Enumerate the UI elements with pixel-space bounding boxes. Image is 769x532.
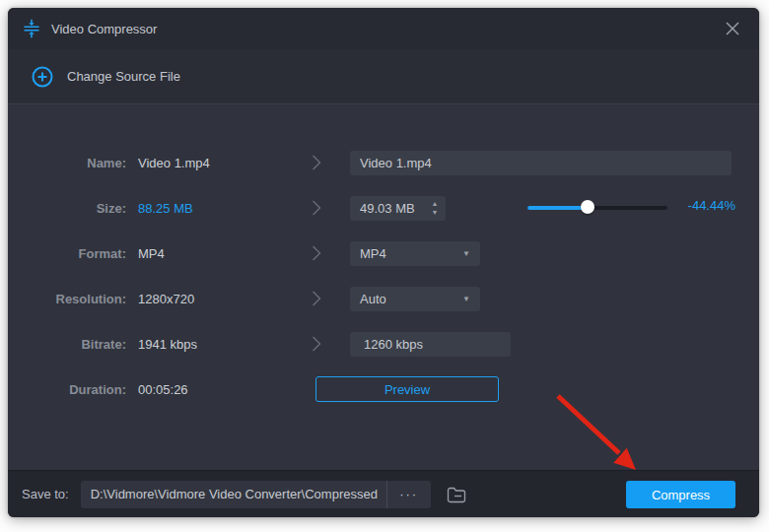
- size-label: Size:: [8, 201, 126, 216]
- preview-button[interactable]: Preview: [315, 376, 499, 402]
- form-area: Name: Video 1.mp4 Size: 88.25 MB ▲ ▼: [8, 105, 759, 470]
- save-path-group: D:\Vidmore\Vidmore Video Converter\Compr…: [81, 481, 431, 508]
- chevron-right-icon: [312, 244, 321, 262]
- change-source-label: Change Source File: [67, 69, 180, 84]
- chevron-right-icon: [312, 290, 321, 307]
- dropdown-arrow-icon: ▼: [462, 295, 470, 303]
- save-to-label: Save to:: [22, 487, 69, 501]
- duration-label: Duration:: [8, 382, 126, 397]
- chevron-right-icon: [312, 199, 321, 217]
- bitrate-row: Bitrate: 1941 kbps: [8, 331, 759, 357]
- resolution-label: Resolution:: [8, 292, 126, 306]
- add-circle-icon: [32, 66, 53, 88]
- name-label: Name:: [8, 156, 126, 170]
- name-input[interactable]: [350, 151, 732, 175]
- format-label: Format:: [8, 246, 126, 261]
- format-dropdown-value: MP4: [360, 246, 462, 261]
- name-value: Video 1.mp4: [138, 156, 210, 170]
- duration-value: 00:05:26: [138, 382, 188, 397]
- reduction-percent: -44.44%: [674, 198, 735, 213]
- resolution-value: 1280x720: [138, 292, 194, 306]
- close-button[interactable]: [720, 16, 745, 41]
- size-value: 88.25 MB: [138, 201, 193, 216]
- resolution-dropdown[interactable]: Auto ▼: [350, 287, 480, 311]
- change-source-row[interactable]: Change Source File: [8, 49, 759, 104]
- open-folder-button[interactable]: [443, 481, 470, 508]
- size-row: Size: 88.25 MB ▲ ▼ -44.44%: [8, 195, 759, 221]
- bitrate-input[interactable]: [350, 332, 511, 357]
- size-spinner: ▲ ▼: [425, 196, 445, 220]
- resolution-row: Resolution: 1280x720 Auto ▼: [8, 286, 759, 311]
- bitrate-value: 1941 kbps: [138, 337, 197, 352]
- close-icon: [725, 21, 740, 36]
- compressor-icon: [22, 19, 41, 38]
- slider-fill: [527, 206, 588, 210]
- save-path-input[interactable]: D:\Vidmore\Vidmore Video Converter\Compr…: [81, 481, 386, 508]
- dropdown-arrow-icon: ▼: [462, 249, 470, 258]
- titlebar: Video Compressor: [8, 8, 759, 49]
- format-row: Format: MP4 MP4 ▼: [8, 240, 759, 266]
- chevron-right-icon: [312, 335, 321, 353]
- bitrate-label: Bitrate:: [8, 337, 126, 352]
- video-compressor-window: Video Compressor Change Source File Name…: [8, 8, 759, 517]
- duration-row: Duration: 00:05:26 Preview: [8, 376, 759, 402]
- footer-bar: Save to: D:\Vidmore\Vidmore Video Conver…: [8, 470, 759, 517]
- slider-thumb[interactable]: [581, 200, 594, 214]
- size-slider[interactable]: [527, 205, 667, 211]
- compress-button[interactable]: Compress: [626, 481, 735, 508]
- format-dropdown[interactable]: MP4 ▼: [350, 241, 480, 266]
- chevron-right-icon: [312, 154, 321, 171]
- name-row: Name: Video 1.mp4: [8, 150, 759, 175]
- window-title: Video Compressor: [51, 22, 157, 36]
- format-value: MP4: [138, 246, 165, 261]
- screen: Video Compressor Change Source File Name…: [0, 0, 769, 532]
- spinner-down-icon[interactable]: ▼: [432, 209, 439, 216]
- folder-icon: [446, 485, 467, 504]
- spinner-up-icon[interactable]: ▲: [432, 200, 439, 207]
- resolution-dropdown-value: Auto: [360, 292, 462, 306]
- browse-button[interactable]: ···: [386, 481, 431, 508]
